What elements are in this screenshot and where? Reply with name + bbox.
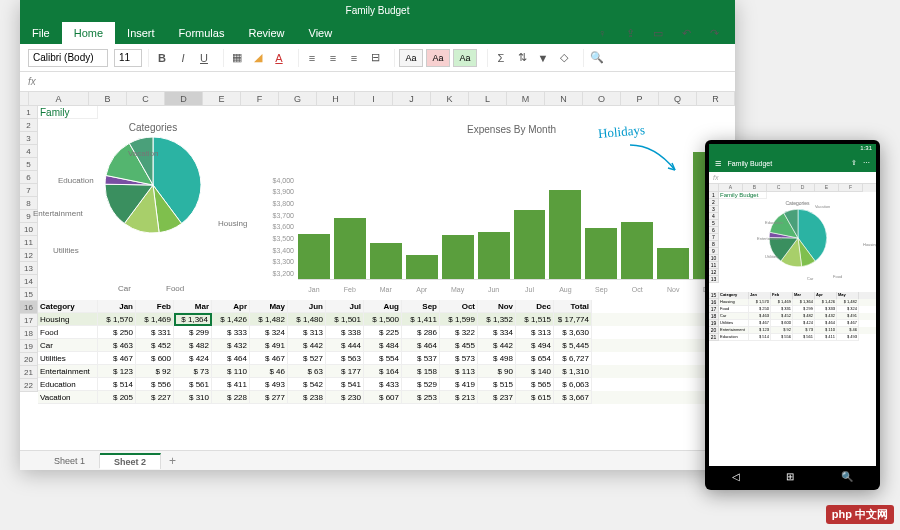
col-header-L[interactable]: L xyxy=(469,92,507,106)
row-header-11[interactable]: 11 xyxy=(20,236,38,249)
row-header-19[interactable]: 19 xyxy=(20,340,38,353)
row-header-15[interactable]: 15 xyxy=(20,288,38,301)
ribbon-tab-formulas[interactable]: Formulas xyxy=(167,22,237,44)
spreadsheet-grid[interactable]: ABCDEFGHIJKLMNOPQR 123456789101112131415… xyxy=(20,92,735,450)
table-cell[interactable]: $ 419 xyxy=(440,378,478,391)
merge-button[interactable]: ⊟ xyxy=(366,49,384,67)
phone-grid[interactable]: ABCDEF1Family Budget2345678910111213Cate… xyxy=(709,184,876,466)
col-header-E[interactable]: E xyxy=(203,92,241,106)
phone-more-icon[interactable]: ⋯ xyxy=(863,159,870,167)
table-cell[interactable]: Utilities xyxy=(38,352,98,365)
sheet-tab[interactable]: Sheet 1 xyxy=(40,454,100,468)
align-left-button[interactable]: ≡ xyxy=(303,49,321,67)
table-cell[interactable]: $ 424 xyxy=(174,352,212,365)
read-icon[interactable]: ▭ xyxy=(649,24,667,42)
table-cell[interactable]: $ 607 xyxy=(364,391,402,404)
table-cell[interactable]: $ 277 xyxy=(250,391,288,404)
table-cell[interactable]: $ 563 xyxy=(326,352,364,365)
table-cell[interactable]: $ 113 xyxy=(440,365,478,378)
table-cell[interactable]: $ 238 xyxy=(288,391,326,404)
table-cell[interactable]: $ 46 xyxy=(250,365,288,378)
table-header-cell[interactable]: Nov xyxy=(478,300,516,313)
table-cell[interactable]: $ 3,630 xyxy=(554,326,592,339)
table-cell[interactable]: $ 177 xyxy=(326,365,364,378)
table-header-cell[interactable]: Total xyxy=(554,300,592,313)
select-all-corner[interactable] xyxy=(20,92,29,106)
font-color-button[interactable]: A xyxy=(270,49,288,67)
border-button[interactable]: ▦ xyxy=(228,49,246,67)
hamburger-icon[interactable]: ≡ xyxy=(715,157,721,169)
ribbon-tab-insert[interactable]: Insert xyxy=(115,22,167,44)
table-header-cell[interactable]: Sep xyxy=(402,300,440,313)
table-cell[interactable]: $ 324 xyxy=(250,326,288,339)
ribbon-tab-home[interactable]: Home xyxy=(62,22,115,44)
row-header-21[interactable]: 21 xyxy=(20,366,38,379)
table-cell[interactable]: $ 537 xyxy=(402,352,440,365)
table-cell[interactable]: $ 514 xyxy=(98,378,136,391)
table-cell[interactable]: $ 331 xyxy=(136,326,174,339)
row-header-4[interactable]: 4 xyxy=(20,145,38,158)
table-cell[interactable]: $ 1,515 xyxy=(516,313,554,326)
table-header-cell[interactable]: Jul xyxy=(326,300,364,313)
table-cell[interactable]: $ 442 xyxy=(288,339,326,352)
row-header-16[interactable]: 16 xyxy=(20,301,38,314)
ribbon-tab-view[interactable]: View xyxy=(297,22,345,44)
col-header-M[interactable]: M xyxy=(507,92,545,106)
table-cell[interactable]: Education xyxy=(38,378,98,391)
table-cell[interactable]: $ 310 xyxy=(174,391,212,404)
share-icon[interactable]: ⇪ xyxy=(621,24,639,42)
table-cell[interactable]: $ 227 xyxy=(136,391,174,404)
lightbulb-icon[interactable]: ♀ xyxy=(593,24,611,42)
table-cell[interactable]: $ 455 xyxy=(440,339,478,352)
table-cell[interactable]: $ 1,426 xyxy=(212,313,250,326)
ribbon-tab-review[interactable]: Review xyxy=(236,22,296,44)
table-cell[interactable]: $ 90 xyxy=(478,365,516,378)
clear-button[interactable]: ◇ xyxy=(555,49,573,67)
row-header-2[interactable]: 2 xyxy=(20,119,38,132)
table-cell[interactable]: $ 464 xyxy=(402,339,440,352)
table-header-cell[interactable]: Oct xyxy=(440,300,478,313)
table-cell[interactable]: $ 322 xyxy=(440,326,478,339)
table-cell[interactable]: $ 1,501 xyxy=(326,313,364,326)
phone-home-icon[interactable]: ⊞ xyxy=(786,471,794,482)
table-cell[interactable]: $ 253 xyxy=(402,391,440,404)
table-cell[interactable]: $ 1,364 xyxy=(174,313,212,326)
table-cell[interactable]: $ 463 xyxy=(98,339,136,352)
table-cell[interactable]: $ 334 xyxy=(478,326,516,339)
table-cell[interactable]: $ 561 xyxy=(174,378,212,391)
row-header-17[interactable]: 17 xyxy=(20,314,38,327)
col-header-F[interactable]: F xyxy=(241,92,279,106)
add-sheet-button[interactable]: + xyxy=(161,452,184,470)
table-cell[interactable]: $ 92 xyxy=(136,365,174,378)
table-cell[interactable]: $ 442 xyxy=(478,339,516,352)
table-cell[interactable]: $ 482 xyxy=(174,339,212,352)
table-cell[interactable]: $ 205 xyxy=(98,391,136,404)
table-cell[interactable]: $ 542 xyxy=(288,378,326,391)
cell-a1-title[interactable]: Family Budget xyxy=(38,106,98,119)
fx-icon[interactable]: fx xyxy=(28,76,36,87)
col-header-C[interactable]: C xyxy=(127,92,165,106)
align-right-button[interactable]: ≡ xyxy=(345,49,363,67)
table-cell[interactable]: $ 230 xyxy=(326,391,364,404)
table-cell[interactable]: $ 3,667 xyxy=(554,391,592,404)
fill-color-button[interactable]: ◢ xyxy=(249,49,267,67)
table-cell[interactable]: $ 467 xyxy=(250,352,288,365)
table-cell[interactable]: $ 452 xyxy=(136,339,174,352)
table-cell[interactable]: Food xyxy=(38,326,98,339)
col-header-O[interactable]: O xyxy=(583,92,621,106)
row-header-20[interactable]: 20 xyxy=(20,353,38,366)
table-cell[interactable]: $ 1,310 xyxy=(554,365,592,378)
table-cell[interactable]: $ 554 xyxy=(364,352,402,365)
table-cell[interactable]: $ 6,727 xyxy=(554,352,592,365)
cell-style-bad[interactable]: Aa xyxy=(426,49,450,67)
table-cell[interactable]: Housing xyxy=(38,313,98,326)
table-cell[interactable]: $ 110 xyxy=(212,365,250,378)
row-header-14[interactable]: 14 xyxy=(20,275,38,288)
table-cell[interactable]: $ 573 xyxy=(440,352,478,365)
table-cell[interactable]: $ 225 xyxy=(364,326,402,339)
table-cell[interactable]: $ 654 xyxy=(516,352,554,365)
table-cell[interactable]: $ 123 xyxy=(98,365,136,378)
table-cell[interactable]: $ 615 xyxy=(516,391,554,404)
table-cell[interactable]: $ 333 xyxy=(212,326,250,339)
table-cell[interactable]: $ 1,500 xyxy=(364,313,402,326)
